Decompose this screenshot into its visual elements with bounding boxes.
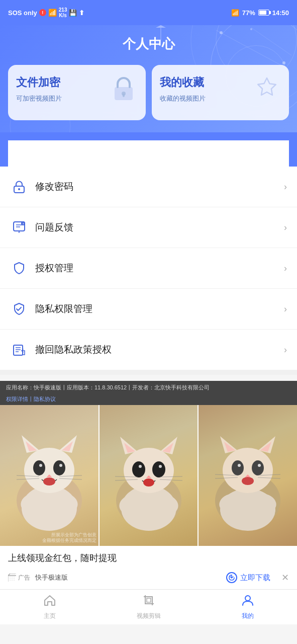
ad-image-container: 所展示全部为广告创意 金额根据任务完成情况而定 [0, 405, 297, 546]
lock-icon-wrap [110, 75, 138, 103]
revoke-privacy-text: 撤回隐私政策授权 [35, 343, 284, 356]
svg-point-6 [282, 61, 285, 64]
menu-item-privacy-manage[interactable]: 隐私权限管理 › [0, 289, 297, 330]
ad-area: 应用名称：快手极速版丨应用版本：11.8.30.6512丨开发者：北京快手科技有… [0, 381, 297, 589]
auth-manage-icon [10, 259, 28, 277]
ad-app-info: 应用名称：快手极速版丨应用版本：11.8.30.6512丨开发者：北京快手科技有… [0, 381, 297, 394]
battery-pct: 77% [242, 9, 255, 17]
feedback-icon: ? [10, 218, 28, 236]
svg-line-3 [216, 30, 281, 65]
cat-svg-3 [210, 420, 285, 531]
feedback-text: 问题反馈 [35, 221, 284, 234]
ad-tag-icon [8, 574, 16, 582]
page-title: 个人中心 [8, 25, 289, 65]
svg-point-74 [242, 477, 254, 485]
feedback-chevron: › [284, 222, 287, 233]
ad-image-panel-2 [98, 405, 198, 546]
cat-svg-1 [12, 420, 87, 531]
star-icon [253, 75, 281, 103]
file-encrypt-card[interactable]: 文件加密 可加密视频图片 [8, 65, 146, 120]
section-divider [0, 370, 297, 375]
crop-icon [142, 594, 155, 610]
status-bar: SOS only ! 📶 213K/s 💾 ⬆ 📶 77% 14:50 [0, 0, 297, 25]
card-title-favorites: 我的收藏 [160, 75, 206, 90]
svg-point-64 [223, 448, 273, 493]
svg-rect-12 [123, 94, 125, 97]
svg-line-4 [251, 28, 291, 55]
ad-links: 权限详情丨隐私协议 [0, 394, 297, 405]
svg-rect-90 [147, 598, 151, 602]
status-right: 📶 77% 14:50 [231, 9, 289, 17]
svg-point-53 [159, 465, 162, 468]
ad-source: 快手极速版 [35, 573, 68, 582]
signal-icon: 📶 [231, 9, 239, 17]
auth-manage-chevron: › [284, 263, 287, 274]
menu-item-change-password[interactable]: 修改密码 › [0, 167, 297, 207]
storage-icon: 💾 [69, 9, 77, 17]
svg-point-31 [33, 460, 45, 475]
card-content-favorites: 我的收藏 收藏的视频图片 [160, 75, 206, 103]
revoke-privacy-chevron: › [284, 345, 287, 355]
ad-image-panel-1: 所展示全部为广告创意 金额根据任务完成情况而定 [0, 405, 98, 546]
ad-download-button[interactable]: 立即下载 [226, 572, 270, 583]
change-password-text: 修改密码 [35, 180, 284, 193]
ad-tag-label: 广告 [18, 574, 30, 582]
menu-list: 修改密码 › ? 问题反馈 › 授权管理 › [0, 167, 297, 370]
sos-label: SOS only [8, 9, 37, 17]
header-area: 个人中心 文件加密 可加密视频图片 我的收藏 收藏的视频图片 [0, 25, 297, 132]
person-icon [241, 594, 254, 610]
cat-svg-2 [111, 420, 186, 531]
svg-text:?: ? [22, 222, 24, 225]
svg-point-52 [139, 465, 142, 468]
ad-main-text: 上线领现金红包，随时提现 [8, 552, 117, 564]
card-subtitle-encrypt: 可加密视频图片 [16, 94, 62, 103]
privacy-manage-text: 隐私权限管理 [35, 302, 284, 315]
wifi-icon: 📶 [48, 9, 57, 17]
ad-image-panel-3 [197, 405, 297, 546]
nav-item-edit[interactable]: 视频剪辑 [99, 590, 198, 624]
nav-label-profile: 我的 [242, 612, 254, 620]
card-content-encrypt: 文件加密 可加密视频图片 [16, 75, 62, 103]
nav-item-profile[interactable]: 我的 [198, 590, 297, 624]
cards-row: 文件加密 可加密视频图片 我的收藏 收藏的视频图片 [8, 65, 289, 120]
ad-watermark-1: 所展示全部为广告创意 金额根据任务完成情况而定 [42, 532, 96, 544]
home-icon [43, 594, 56, 610]
svg-rect-20 [14, 345, 23, 355]
nav-label-edit: 视频剪辑 [137, 612, 161, 620]
svg-point-70 [252, 460, 264, 475]
bottom-nav: 主页 视频剪辑 我的 [0, 589, 297, 624]
svg-rect-89 [145, 597, 152, 604]
alert-icon: ! [39, 9, 46, 16]
svg-point-7 [250, 28, 252, 30]
svg-point-71 [238, 464, 241, 467]
auth-manage-text: 授权管理 [35, 262, 284, 275]
battery-icon [258, 10, 269, 16]
upload-icon: ⬆ [79, 9, 84, 17]
ad-footer: 上线领现金红包，随时提现 [0, 546, 297, 570]
nav-label-home: 主页 [44, 612, 56, 620]
card-subtitle-favorites: 收藏的视频图片 [160, 94, 206, 103]
svg-point-32 [53, 460, 65, 475]
change-password-chevron: › [284, 182, 287, 192]
svg-point-0 [216, 25, 296, 80]
about-section: 关于应用 v1.2.8 [0, 132, 297, 167]
change-password-icon [10, 178, 28, 196]
speed-display: 213K/s [59, 7, 67, 18]
svg-point-50 [132, 461, 145, 477]
ad-download-label: 立即下载 [240, 573, 270, 583]
ad-meta-row: 广告 快手极速版 立即下载 ✕ [0, 570, 297, 589]
privacy-manage-icon [10, 300, 28, 318]
ad-close-button[interactable]: ✕ [281, 572, 289, 583]
about-version: v1.2.8 [58, 148, 83, 158]
ad-permission-link[interactable]: 权限详情丨隐私协议 [6, 395, 56, 403]
my-favorites-card[interactable]: 我的收藏 收藏的视频图片 [152, 65, 289, 120]
svg-point-69 [232, 460, 244, 475]
menu-item-revoke-privacy[interactable]: 撤回隐私政策授权 › [0, 330, 297, 370]
nav-item-home[interactable]: 主页 [0, 590, 99, 624]
svg-point-34 [59, 464, 62, 467]
menu-item-auth-manage[interactable]: 授权管理 › [0, 248, 297, 289]
menu-item-feedback[interactable]: ? 问题反馈 › [0, 207, 297, 248]
svg-point-51 [152, 461, 165, 477]
card-title-encrypt: 文件加密 [16, 75, 62, 90]
time-display: 14:50 [272, 9, 289, 17]
